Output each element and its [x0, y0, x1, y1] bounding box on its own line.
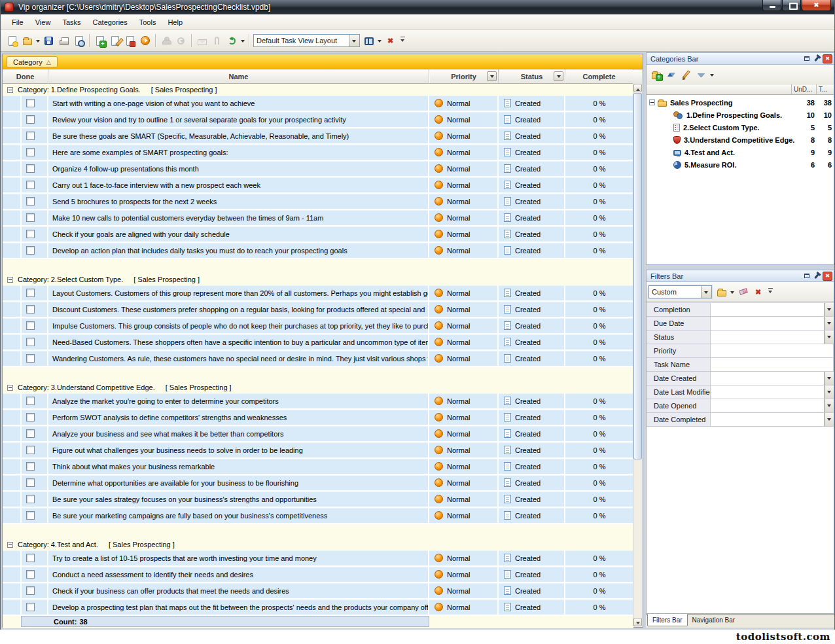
scroll-thumb[interactable] — [633, 93, 642, 459]
task-done-checkbox[interactable] — [26, 446, 35, 454]
filters-restore-button[interactable] — [802, 272, 811, 281]
task-row[interactable]: Here are some examples of SMART prospect… — [3, 145, 633, 161]
task-row[interactable]: Organize 4 follow-up presentations this … — [3, 161, 633, 177]
layout-combobox[interactable]: Default Task View Layout — [253, 34, 360, 47]
task-done-checkbox[interactable] — [26, 115, 35, 124]
save-button[interactable] — [41, 33, 56, 48]
dropdown-caret-icon[interactable] — [240, 34, 246, 47]
task-done-checkbox[interactable] — [26, 495, 35, 503]
filter-value-field[interactable] — [711, 344, 834, 358]
tab-filters-bar[interactable]: Filters Bar — [647, 614, 688, 626]
task-done-checkbox[interactable] — [26, 413, 35, 421]
categories-restore-button[interactable] — [802, 54, 811, 63]
category-tree-item[interactable]: Sales Prospecting 38 38 — [647, 96, 834, 109]
collapse-icon[interactable] — [7, 542, 13, 548]
task-row[interactable]: Conduct a need assessment to identify th… — [3, 567, 633, 583]
task-row[interactable]: Perform SWOT analysis to define competit… — [3, 410, 633, 426]
menu-tools[interactable]: Tools — [133, 16, 162, 28]
task-done-checkbox[interactable] — [26, 603, 35, 611]
filter-value-field[interactable] — [711, 413, 825, 427]
task-row[interactable]: Make 10 new calls to potential customers… — [3, 210, 633, 226]
filter-value-field[interactable] — [711, 331, 825, 344]
task-done-checkbox[interactable] — [26, 289, 35, 297]
menu-tasks[interactable]: Tasks — [56, 16, 86, 28]
task-done-checkbox[interactable] — [26, 478, 35, 487]
task-row[interactable]: Be sure these goals are SMART (Specific,… — [3, 128, 633, 145]
categories-pin-button[interactable] — [812, 54, 822, 63]
task-row[interactable]: Check if your business can offer product… — [3, 583, 633, 599]
find-button[interactable] — [361, 33, 376, 48]
collapse-icon[interactable] — [7, 87, 13, 93]
task-done-checkbox[interactable] — [26, 181, 35, 189]
filter-dropdown-button[interactable] — [825, 331, 834, 344]
task-done-checkbox[interactable] — [26, 164, 35, 173]
maximize-button[interactable] — [782, 0, 801, 11]
task-done-checkbox[interactable] — [26, 570, 35, 579]
dropdown-caret-icon[interactable] — [709, 68, 715, 81]
category-tree-item[interactable]: 2.Select Custom Type. 5 5 — [647, 121, 834, 134]
filters-overflow-button[interactable] — [767, 285, 775, 299]
minimize-button[interactable] — [762, 0, 781, 11]
task-row[interactable]: Develop a prospecting test plan that map… — [3, 599, 633, 616]
edit-category-button[interactable] — [679, 67, 694, 82]
task-row[interactable]: Determine what opportunities are availab… — [3, 475, 633, 492]
complete-task-button[interactable] — [137, 33, 152, 48]
vertical-scrollbar[interactable] — [633, 84, 642, 626]
tree-collapse-icon[interactable] — [649, 99, 655, 105]
tab-navigation-bar[interactable]: Navigation Bar — [688, 615, 740, 626]
filter-dropdown-button[interactable] — [825, 413, 834, 427]
category-tree-item[interactable]: 5.Measure ROI. 6 6 — [647, 158, 834, 171]
column-header-complete[interactable]: Complete — [565, 69, 633, 83]
print-preview-button[interactable] — [71, 33, 86, 48]
filter-value-field[interactable] — [711, 303, 825, 317]
filter-dropdown-button[interactable] — [825, 372, 834, 385]
filter-dropdown-button[interactable] — [825, 303, 834, 317]
task-done-checkbox[interactable] — [26, 213, 35, 222]
toolbar-overflow-button[interactable] — [399, 33, 407, 48]
task-done-checkbox[interactable] — [26, 321, 35, 330]
collapse-icon[interactable] — [7, 385, 13, 391]
filter-value-field[interactable] — [711, 399, 825, 413]
clear-filter-button[interactable] — [736, 285, 751, 299]
filter-dropdown-button[interactable] — [825, 399, 834, 413]
task-row[interactable]: Wandering Customers. As rule, these cust… — [3, 351, 633, 367]
move-category-button[interactable] — [664, 67, 679, 82]
scroll-up-button[interactable] — [633, 84, 642, 92]
task-done-checkbox[interactable] — [26, 511, 35, 520]
column-header-total[interactable]: T... — [816, 84, 834, 94]
task-done-checkbox[interactable] — [26, 554, 35, 562]
task-row[interactable]: Analyze your business and see what makes… — [3, 426, 633, 442]
combobox-drop-button[interactable] — [701, 286, 711, 298]
task-row[interactable]: Try to create a list of 10-15 prospects … — [3, 550, 633, 567]
task-row[interactable]: Check if your goals are aligned with you… — [3, 226, 633, 243]
column-header-status[interactable]: Status — [499, 69, 565, 83]
filter-value-field[interactable] — [711, 372, 825, 385]
filter-dropdown-button[interactable] — [825, 385, 834, 399]
category-group-header[interactable]: Category: 2.Select Custom Type. [ Sales … — [3, 274, 633, 285]
task-done-checkbox[interactable] — [26, 99, 35, 107]
task-done-checkbox[interactable] — [26, 338, 35, 346]
filter-preset-combobox[interactable]: Custom — [648, 285, 712, 298]
category-group-header[interactable]: Category: 3.Understand Competitive Edge.… — [3, 382, 633, 393]
print-button[interactable] — [56, 33, 71, 48]
edit-task-button[interactable] — [107, 33, 122, 48]
task-row[interactable]: Figure out what challenges your business… — [3, 442, 633, 459]
delete-filter-button[interactable] — [751, 285, 766, 299]
new-checklist-button[interactable] — [5, 33, 20, 48]
priority-filter-button[interactable] — [487, 71, 497, 81]
category-tree-item[interactable]: 1.Define Prospecting Goals. 10 10 — [647, 109, 834, 121]
group-by-category-chip[interactable]: Category △ — [7, 56, 58, 67]
task-row[interactable]: Send 5 brochures to prospects for the ne… — [3, 194, 633, 210]
task-done-checkbox[interactable] — [26, 305, 35, 313]
task-row[interactable]: Think about what makes your business rem… — [3, 459, 633, 475]
task-done-checkbox[interactable] — [26, 397, 35, 405]
filter-value-field[interactable] — [711, 317, 825, 331]
column-header-name[interactable]: Name — [48, 69, 429, 83]
category-tree-item[interactable]: 3.Understand Competitive Edge. 8 8 — [647, 134, 834, 146]
task-done-checkbox[interactable] — [26, 354, 35, 363]
task-row[interactable]: Develop an action plan that includes dai… — [3, 243, 633, 259]
category-group-header[interactable]: Category: 1.Define Prospecting Goals. [ … — [3, 84, 633, 96]
task-row[interactable]: Impulse Customers. This group consists o… — [3, 318, 633, 334]
task-done-checkbox[interactable] — [26, 586, 35, 595]
column-header-done[interactable]: Done — [3, 69, 48, 83]
